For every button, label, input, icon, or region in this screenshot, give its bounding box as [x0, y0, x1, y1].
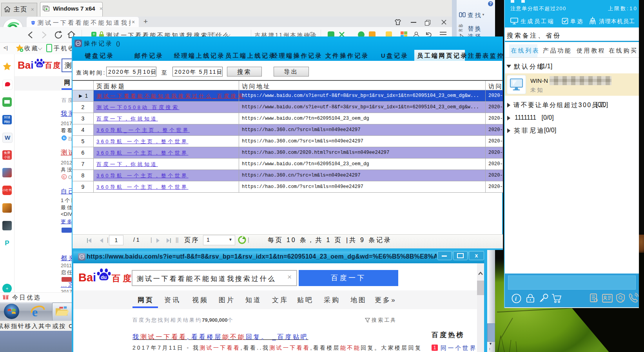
svg-text:du: du [101, 275, 107, 280]
svg-text:i: i [515, 296, 517, 302]
svg-text:du: du [38, 63, 42, 67]
